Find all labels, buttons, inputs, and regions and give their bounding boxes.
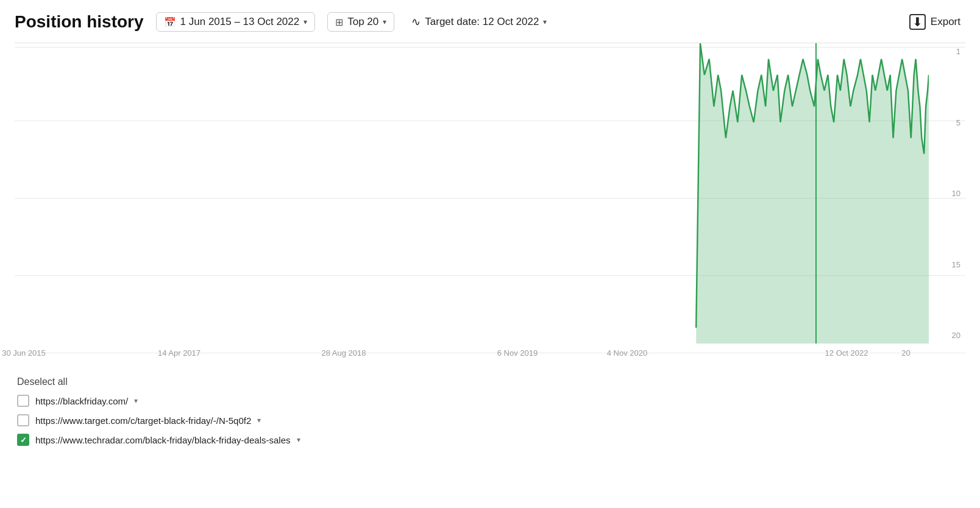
main-container: Position history 📅 1 Jun 2015 – 13 Oct 2… — [0, 0, 980, 465]
y-label-15: 15 — [929, 260, 965, 269]
chart-area — [15, 43, 929, 344]
y-label-20: 20 — [929, 331, 965, 340]
x-label-4: 6 Nov 2019 — [497, 348, 538, 358]
y-label-10: 10 — [929, 189, 965, 198]
chart-svg — [15, 43, 929, 344]
legend-url-0: https://blackfriday.com/ — [35, 396, 128, 406]
date-range-control[interactable]: 📅 1 Jun 2015 – 13 Oct 2022 ▾ — [156, 12, 316, 32]
y-label-5: 5 — [929, 118, 965, 127]
legend-item-0[interactable]: https://blackfriday.com/ ▾ — [17, 395, 965, 407]
deselect-all-button[interactable]: Deselect all — [17, 376, 965, 387]
top-filter-control[interactable]: ⊞ Top 20 ▾ — [327, 12, 394, 32]
legend-arrow-0: ▾ — [134, 397, 138, 405]
top-filter-arrow: ▾ — [383, 18, 386, 26]
legend: Deselect all https://blackfriday.com/ ▾ … — [15, 376, 965, 446]
target-date-control[interactable]: ∿ Target date: 12 Oct 2022 ▾ — [407, 12, 552, 32]
target-date-arrow: ▾ — [543, 18, 547, 26]
x-label-1: 30 Jun 2015 — [2, 348, 46, 358]
x-axis: 30 Jun 2015 14 Apr 2017 28 Aug 2018 6 No… — [15, 344, 929, 365]
chart-wrapper: 1 5 10 15 20 30 Jun 2015 14 Apr 2017 28 … — [15, 43, 965, 365]
legend-arrow-2: ▾ — [297, 436, 300, 444]
x-label-6: 12 Oct 2022 — [825, 348, 868, 358]
legend-arrow-1: ▾ — [257, 416, 261, 425]
legend-item-1[interactable]: https://www.target.com/c/target-black-fr… — [17, 414, 965, 426]
date-range-arrow: ▾ — [304, 18, 307, 26]
y-axis: 1 5 10 15 20 — [929, 43, 965, 344]
x-label-2: 14 Apr 2017 — [158, 348, 201, 358]
top-filter-label: Top 20 — [347, 16, 378, 28]
checkbox-2[interactable] — [17, 434, 29, 446]
export-label: Export — [931, 16, 960, 28]
table-icon: ⊞ — [335, 16, 343, 28]
x-label-7: 20 — [901, 348, 910, 358]
target-date-label: Target date: 12 Oct 2022 — [425, 16, 539, 28]
x-label-3: 28 Aug 2018 — [321, 348, 366, 358]
page-title: Position history — [15, 12, 144, 32]
export-icon: ⬇ — [909, 14, 926, 30]
calendar-icon: 📅 — [164, 16, 176, 28]
checkbox-0[interactable] — [17, 395, 29, 407]
chart-fill — [696, 43, 929, 344]
checkbox-1[interactable] — [17, 414, 29, 426]
header: Position history 📅 1 Jun 2015 – 13 Oct 2… — [15, 11, 965, 33]
legend-item-2[interactable]: https://www.techradar.com/black-friday/b… — [17, 434, 965, 446]
y-label-1: 1 — [929, 47, 965, 56]
export-button[interactable]: ⬇ Export — [904, 11, 965, 33]
date-range-label: 1 Jun 2015 – 13 Oct 2022 — [180, 16, 300, 28]
trend-icon: ∿ — [411, 15, 421, 29]
legend-url-2: https://www.techradar.com/black-friday/b… — [35, 435, 291, 445]
legend-url-1: https://www.target.com/c/target-black-fr… — [35, 415, 251, 426]
x-label-5: 4 Nov 2020 — [607, 348, 648, 358]
chart-data-group — [696, 43, 929, 344]
